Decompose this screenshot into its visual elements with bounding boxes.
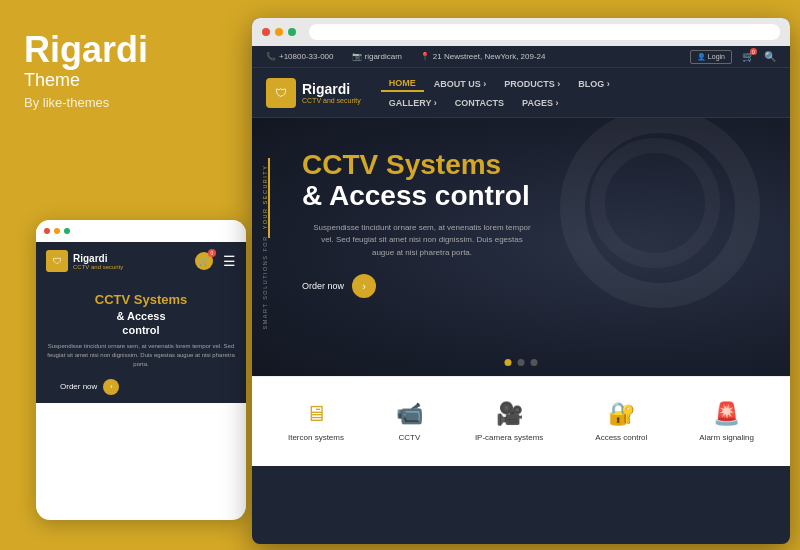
nav-links: HOME ABOUT US › PRODUCTS › BLOG › GALLER… (381, 76, 618, 110)
phone-item: 📞 +10800-33-000 (266, 52, 334, 61)
slide-dot-3[interactable] (531, 359, 538, 366)
mobile-logo-icon: 🛡 (46, 250, 68, 272)
nav-about[interactable]: ABOUT US › (426, 77, 495, 91)
ipcamera-icon: 🎥 (496, 401, 523, 427)
mobile-mockup-card: 🛡 Rigardi CCTV and security 🛒 0 ☰ CCTV S… (36, 220, 246, 520)
brand-subtitle: Theme (24, 70, 224, 91)
slide-dot-1[interactable] (505, 359, 512, 366)
mobile-hero: CCTV Systems & Access control Suspendiss… (36, 280, 246, 403)
mobile-order-button[interactable]: Order now › (46, 379, 236, 395)
phone-icon: 📞 (266, 52, 276, 61)
nav-row-2: GALLERY › CONTACTS PAGES › (381, 96, 618, 110)
nav-blog[interactable]: BLOG › (570, 77, 618, 91)
login-button[interactable]: 👤 Login (690, 50, 732, 64)
cta-button-row: Order now › (302, 274, 760, 298)
access-icon: 🔐 (608, 401, 635, 427)
cctv-icon: 📹 (396, 401, 423, 427)
nav-contacts[interactable]: CONTACTS (447, 96, 512, 110)
feature-access: 🔐 Access control (595, 401, 647, 442)
mobile-logo: 🛡 Rigardi CCTV and security (46, 250, 123, 272)
mobile-dot-red (44, 228, 50, 234)
nav-products[interactable]: PRODUCTS › (496, 77, 568, 91)
browser-dot-green[interactable] (288, 28, 296, 36)
url-bar[interactable] (309, 24, 780, 40)
mobile-topbar-dots (36, 220, 246, 242)
hero-section: SMART SOLUTIONS FOR YOUR SECURITY CCTV S… (252, 118, 790, 376)
feature-ipcamera: 🎥 IP-camera systems (475, 401, 543, 442)
nav-pages[interactable]: PAGES › (514, 96, 566, 110)
features-row: 🖥 Itercon systems 📹 CCTV 🎥 IP-camera sys… (252, 376, 790, 466)
feature-intercon: 🖥 Itercon systems (288, 401, 344, 442)
site-topbar: 📞 +10800-33-000 📷 rigardicam 📍 21 Newstr… (252, 46, 790, 68)
feature-alarm: 🚨 Alarm signaling (699, 401, 754, 442)
browser-dot-yellow[interactable] (275, 28, 283, 36)
mobile-nav: 🛡 Rigardi CCTV and security 🛒 0 ☰ (36, 242, 246, 280)
address-item: 📍 21 Newstreet, NewYork, 209-24 (420, 52, 546, 61)
cart-badge: 0 (750, 48, 757, 55)
nav-home[interactable]: HOME (381, 76, 424, 92)
browser-dot-red[interactable] (262, 28, 270, 36)
hamburger-icon[interactable]: ☰ (223, 253, 236, 269)
mobile-arrow-icon: › (103, 379, 119, 395)
browser-window: 📞 +10800-33-000 📷 rigardicam 📍 21 Newstr… (252, 18, 790, 544)
email-icon: 📷 (352, 52, 362, 61)
mobile-cart-button[interactable]: 🛒 0 (195, 252, 213, 270)
hero-slide-dots (505, 359, 538, 366)
brand-name: Rigardi (24, 30, 224, 70)
nav-gallery[interactable]: GALLERY › (381, 96, 445, 110)
slide-dot-2[interactable] (518, 359, 525, 366)
site-nav: 🛡 Rigardi CCTV and security HOME ABOUT U… (252, 68, 790, 118)
browser-topbar (252, 18, 790, 46)
search-icon[interactable]: 🔍 (764, 51, 776, 62)
site-logo: 🛡 Rigardi CCTV and security (266, 78, 361, 108)
mobile-dot-green (64, 228, 70, 234)
mobile-dot-yellow (54, 228, 60, 234)
location-icon: 📍 (420, 52, 430, 61)
mobile-cart-badge: 0 (208, 249, 216, 257)
cart-area[interactable]: 🛒 0 (742, 51, 754, 62)
hero-content: CCTV Systems & Access control Suspendiss… (252, 118, 790, 318)
topbar-right: 👤 Login 🛒 0 🔍 (690, 50, 776, 64)
cta-arrow-icon[interactable]: › (352, 274, 376, 298)
user-icon: 👤 (697, 53, 706, 61)
email-item: 📷 rigardicam (352, 52, 402, 61)
mobile-preview: 🛡 Rigardi CCTV and security 🛒 0 ☰ CCTV S… (18, 230, 228, 540)
alarm-icon: 🚨 (713, 401, 740, 427)
intercon-icon: 🖥 (305, 401, 327, 427)
site-logo-icon: 🛡 (266, 78, 296, 108)
by-line: By like-themes (24, 95, 224, 110)
site-logo-text: Rigardi CCTV and security (302, 81, 361, 104)
mobile-logo-text: Rigardi CCTV and security (73, 253, 123, 270)
nav-row-1: HOME ABOUT US › PRODUCTS › BLOG › (381, 76, 618, 92)
feature-cctv: 📹 CCTV (396, 401, 423, 442)
